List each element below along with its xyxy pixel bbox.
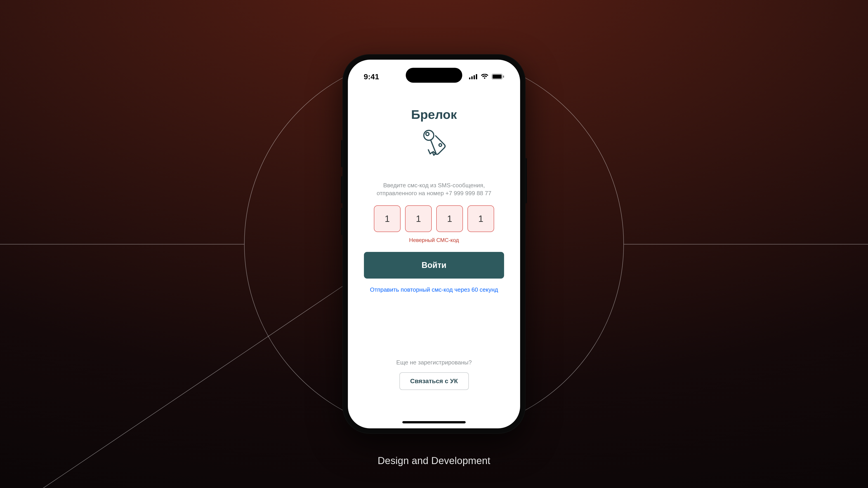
- otp-digit-3[interactable]: 1: [436, 205, 463, 232]
- sms-instruction: Введите смс-код из SMS-сообщения, отправ…: [377, 182, 491, 197]
- otp-error-message: Неверный СМС-код: [409, 237, 459, 243]
- register-prompt: Еще не зарегистрированы?: [396, 359, 472, 366]
- otp-digit-4[interactable]: 1: [467, 205, 494, 232]
- cellular-icon: [469, 74, 477, 79]
- slide-caption: Design and Development: [378, 455, 490, 466]
- resend-sms-link[interactable]: Отправить повторный смс-код через 60 сек…: [370, 286, 498, 293]
- instruction-line-1: Введите смс-код из SMS-сообщения,: [377, 182, 491, 189]
- home-indicator[interactable]: [402, 421, 466, 423]
- otp-digit-2[interactable]: 1: [405, 205, 432, 232]
- otp-digit-1[interactable]: 1: [374, 205, 401, 232]
- keys-logo-icon: [417, 129, 451, 159]
- svg-rect-2: [473, 75, 475, 79]
- login-button[interactable]: Войти: [364, 252, 504, 279]
- svg-point-9: [439, 144, 442, 147]
- status-time: 9:41: [364, 72, 379, 81]
- svg-rect-1: [471, 76, 473, 79]
- app-content: Брелок Введите смс-код из SMS-сообщения,…: [348, 60, 520, 428]
- phone-mockup: 9:41 Брелок: [342, 54, 526, 434]
- app-title: Брелок: [411, 107, 457, 122]
- otp-input-row: 1 1 1 1: [374, 205, 494, 232]
- decorative-line-right: [624, 244, 868, 245]
- decorative-diagonal: [0, 275, 360, 488]
- decorative-line-left: [0, 244, 244, 245]
- svg-rect-3: [476, 74, 477, 79]
- svg-point-8: [426, 132, 429, 135]
- svg-rect-6: [503, 75, 504, 78]
- svg-rect-0: [469, 77, 470, 79]
- status-indicators: [469, 74, 504, 79]
- svg-rect-5: [493, 74, 502, 78]
- instruction-line-2: отправленного на номер +7 999 999 88 77: [377, 189, 491, 197]
- battery-icon: [492, 74, 504, 79]
- dynamic-island: [406, 68, 462, 83]
- wifi-icon: [481, 74, 489, 79]
- contact-button[interactable]: Связаться с УК: [399, 372, 469, 390]
- phone-screen: 9:41 Брелок: [348, 60, 520, 428]
